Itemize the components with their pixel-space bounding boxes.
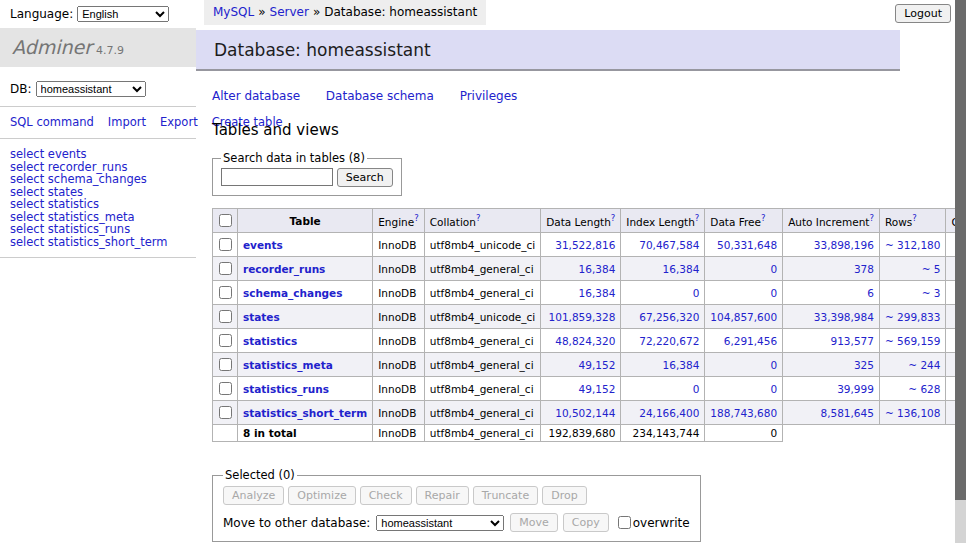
adminer-page: Language:English Adminer4.7.9 DB:homeass… [0,0,966,543]
data-free-value[interactable]: 0 [770,383,777,395]
data-free-value[interactable]: 0 [770,287,777,299]
vertical-scrollbar[interactable] [955,0,966,543]
copy-button[interactable]: Copy [563,513,609,532]
row-checkbox[interactable] [219,382,232,395]
rows-count-value[interactable]: ~ 136,108 [885,407,941,419]
breadcrumb-link-server[interactable]: Server [270,5,309,19]
sidebar-item-select-statistics-short-term[interactable]: select statistics_short_term [10,236,186,249]
language-row: Language:English [0,0,196,26]
auto-increment-value[interactable]: 325 [854,359,874,371]
data-length-value[interactable]: 10,502,144 [555,407,615,419]
sidebar-item-select-events[interactable]: select events [10,148,186,161]
rows-count-value[interactable]: ~ 244 [908,359,940,371]
data-free-value[interactable]: 104,857,600 [710,311,777,323]
collation-help-link[interactable]: ? [476,213,481,223]
alter-database-link[interactable]: Alter database [212,89,300,103]
table-link[interactable]: statistics [243,335,297,347]
auto-increment-value[interactable]: 33,898,196 [814,239,874,251]
truncate-button[interactable]: Truncate [473,486,538,505]
index-length-value[interactable]: 70,467,584 [639,239,699,251]
select-all-checkbox[interactable] [219,214,232,227]
data-length-value[interactable]: 31,522,816 [555,239,615,251]
rows-count-value[interactable]: ~ 628 [908,383,940,395]
data-free-help-link[interactable]: ? [761,213,766,223]
table-link[interactable]: statistics_short_term [243,407,367,419]
repair-button[interactable]: Repair [416,486,469,505]
data-free-value[interactable]: 0 [770,263,777,275]
data-free-value[interactable]: 50,331,648 [717,239,777,251]
drop-button[interactable]: Drop [542,486,586,505]
sidebar-item-select-schema-changes[interactable]: select schema_changes [10,173,186,186]
index-length-value[interactable]: 24,166,400 [639,407,699,419]
row-checkbox[interactable] [219,334,232,347]
overwrite-checkbox[interactable] [618,516,631,529]
scrollbar-thumb[interactable] [955,0,966,500]
analyze-button[interactable]: Analyze [223,486,284,505]
sidebar-action-sql-command[interactable]: SQL command [10,115,94,129]
index-length-value[interactable]: 0 [693,383,700,395]
index-length-value[interactable]: 0 [693,287,700,299]
data-length-help-link[interactable]: ? [611,213,616,223]
db-select[interactable]: homeassistant [36,81,146,97]
database-schema-link[interactable]: Database schema [326,89,434,103]
rows-count-value[interactable]: ~ 312,180 [885,239,941,251]
language-select[interactable]: English [77,6,169,22]
check-button[interactable]: Check [360,486,412,505]
data-length-value[interactable]: 49,152 [579,359,616,371]
table-link[interactable]: statistics_meta [243,359,333,371]
table-link[interactable]: recorder_runs [243,263,325,275]
sidebar-item-select-statistics[interactable]: select statistics [10,198,186,211]
index-length-help-link[interactable]: ? [695,213,700,223]
auto-increment-value[interactable]: 33,398,984 [814,311,874,323]
index-length-value[interactable]: 16,384 [663,263,700,275]
overwrite-option: overwrite [614,516,690,530]
data-length-value[interactable]: 101,859,328 [549,311,616,323]
sidebar-action-import[interactable]: Import [108,115,146,129]
privileges-link[interactable]: Privileges [460,89,518,103]
row-checkbox[interactable] [219,286,232,299]
data-length-value[interactable]: 49,152 [579,383,616,395]
row-checkbox[interactable] [219,358,232,371]
auto-increment-value[interactable]: 378 [854,263,874,275]
data-free-value[interactable]: 0 [770,359,777,371]
auto-increment-value[interactable]: 6 [867,287,874,299]
collation-cell: utf8mb4_general_ci [424,257,540,281]
sidebar-item-select-statistics-runs[interactable]: select statistics_runs [10,223,186,236]
index-length-value[interactable]: 72,220,672 [639,335,699,347]
move-database-select[interactable]: homeassistant [376,515,504,531]
rows-count-value[interactable]: ~ 569,159 [885,335,941,347]
auto-increment-value[interactable]: 913,577 [831,335,874,347]
brand-link[interactable]: Adminer [12,36,92,58]
rows-count-value[interactable]: ~ 5 [922,263,941,275]
rows-help-link[interactable]: ? [912,213,917,223]
data-length-value[interactable]: 16,384 [579,263,616,275]
sidebar-action-export[interactable]: Export [160,115,198,129]
search-input[interactable] [221,168,333,186]
logout-button[interactable]: Logout [895,4,951,23]
search-button[interactable]: Search [337,168,393,187]
rows-count-value[interactable]: ~ 3 [922,287,941,299]
data-free-value[interactable]: 6,291,456 [724,335,777,347]
database-nav-links: Alter database Database schema Privilege… [212,89,956,103]
data-length-value[interactable]: 16,384 [579,287,616,299]
row-checkbox[interactable] [219,262,232,275]
row-checkbox[interactable] [219,238,232,251]
table-link[interactable]: statistics_runs [243,383,329,395]
auto-increment-value[interactable]: 8,581,645 [820,407,873,419]
data-free-value[interactable]: 188,743,680 [710,407,777,419]
index-length-value[interactable]: 16,384 [663,359,700,371]
table-link[interactable]: states [243,311,280,323]
table-link[interactable]: events [243,239,283,251]
row-checkbox[interactable] [219,310,232,323]
breadcrumb-link-mysql[interactable]: MySQL [213,5,254,19]
row-checkbox[interactable] [219,406,232,419]
table-link[interactable]: schema_changes [243,287,343,299]
rows-count-value[interactable]: ~ 299,833 [885,311,941,323]
auto-increment-help-link[interactable]: ? [869,213,874,223]
index-length-value[interactable]: 67,256,320 [639,311,699,323]
auto-increment-value[interactable]: 39,999 [837,383,874,395]
engine-help-link[interactable]: ? [414,213,419,223]
optimize-button[interactable]: Optimize [288,486,355,505]
data-length-value[interactable]: 48,824,320 [555,335,615,347]
move-button[interactable]: Move [510,513,558,532]
